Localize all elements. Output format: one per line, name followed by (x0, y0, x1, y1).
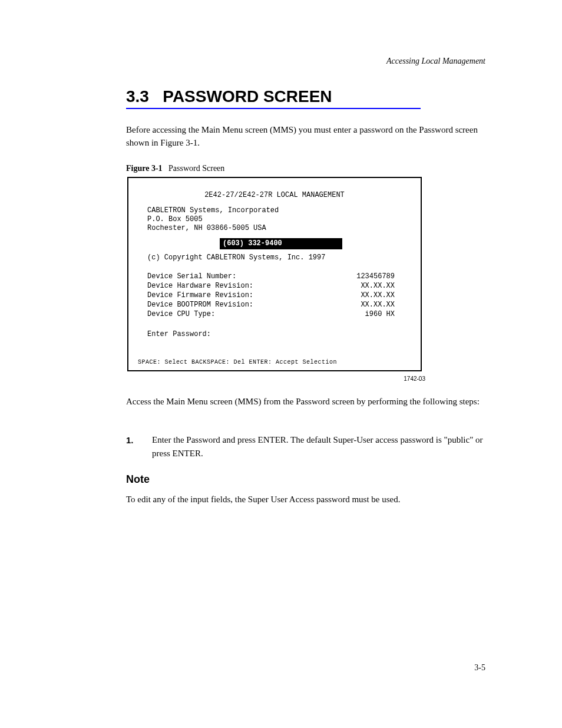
menu-title: 2E42-27/2E42-27R LOCAL MANAGEMENT (128, 191, 421, 199)
figure-label: Figure 3-1 (126, 164, 163, 173)
menu-company: CABLETRON Systems, Incorporated (147, 206, 279, 215)
note-label: Note (126, 473, 150, 485)
menu-hw-rev-value: XX.XX.XX (361, 282, 395, 290)
section-number: 3.3 (126, 87, 149, 106)
menu-device-serial-value: 123456789 (356, 272, 395, 281)
step-1: 1. Enter the Password and press ENTER. T… (126, 433, 485, 461)
menu-cpu-label: Device CPU Type: (147, 310, 215, 318)
screen-id: 1742-03 (404, 375, 425, 382)
menu-enter-password[interactable]: Enter Password: (147, 330, 211, 338)
section-title: PASSWORD SCREEN (163, 87, 332, 106)
menu-cpu-value: i960 HX (365, 310, 395, 318)
heading-underline (126, 108, 421, 109)
terminal-menu-box: 2E42-27/2E42-27R LOCAL MANAGEMENT CABLET… (127, 177, 422, 371)
figure-caption: Figure 3-1 Password Screen (126, 164, 224, 173)
step-1-number: 1. (126, 433, 134, 447)
intro-paragraph: Before accessing the Main Menu screen (M… (126, 124, 485, 150)
figure-caption-text: Password Screen (168, 164, 224, 173)
menu-footer-help: SPACE: Select BACKSPACE: Del ENTER: Acce… (138, 359, 337, 365)
section-heading: 3.3 PASSWORD SCREEN (126, 87, 332, 106)
menu-hw-rev-label: Device Hardware Revision: (147, 282, 253, 290)
menu-bootprom-value: XX.XX.XX (361, 301, 395, 309)
menu-fw-rev-value: XX.XX.XX (361, 291, 395, 299)
body-paragraph-1: Access the Main Menu screen (MMS) from t… (126, 395, 485, 409)
menu-phone: (603) 332-9400 (223, 239, 282, 248)
menu-address2: Rochester, NH 03866-5005 USA (147, 224, 266, 232)
note-text: To edit any of the input fields, the Sup… (126, 493, 485, 506)
running-header: Accessing Local Management (386, 57, 485, 66)
menu-copyright: (c) Copyright CABLETRON Systems, Inc. 19… (147, 253, 325, 262)
menu-bootprom-label: Device BOOTPROM Revision: (147, 301, 253, 309)
menu-address: P.O. Box 5005 (147, 215, 203, 223)
menu-fw-rev-label: Device Firmware Revision: (147, 291, 253, 299)
menu-device-serial-label: Device Serial Number: (147, 272, 236, 281)
note-heading: Note (126, 472, 485, 488)
page-number: 3-5 (474, 663, 485, 673)
step-1-text: Enter the Password and press ENTER. The … (152, 435, 483, 458)
